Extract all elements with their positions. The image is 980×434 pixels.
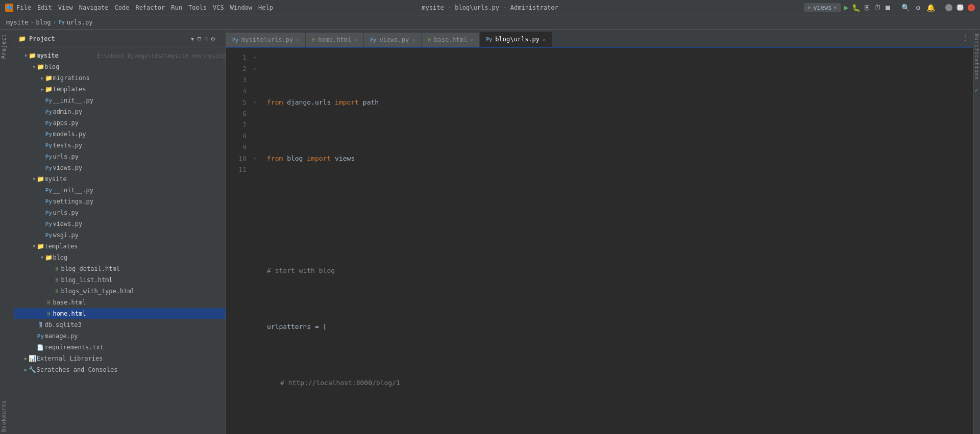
tree-item-settings-py[interactable]: ▶ Py settings.py — [14, 196, 226, 207]
fold-6 — [251, 108, 259, 119]
tab-label-base-html: base.html — [434, 36, 467, 43]
close-button[interactable]: ✕ — [968, 4, 975, 11]
tab-overflow-icon[interactable]: ⋮ — [962, 34, 969, 42]
tree-item-apps-py[interactable]: ▶ Py apps.py — [14, 117, 226, 129]
tab-close-views-py[interactable]: ✕ — [412, 37, 415, 43]
tab-close-base-html[interactable]: ✕ — [470, 37, 473, 43]
file-tree-header: 📁 Project ▾ ⊟ ≡ ⚙ — — [14, 30, 226, 48]
breadcrumb: mysite › blog › Py urls.py — [0, 15, 980, 30]
run-config-label: views — [813, 4, 831, 11]
fold-10[interactable]: ▾ — [251, 153, 259, 164]
notifications-label[interactable]: Notifications — [973, 30, 980, 84]
code-line-2: from blog import views — [267, 153, 973, 164]
menu-file[interactable]: File — [16, 4, 31, 11]
menu-navigate[interactable]: Navigate — [79, 4, 109, 11]
breadcrumb-mysite[interactable]: mysite — [6, 19, 28, 26]
menu-view[interactable]: View — [58, 4, 73, 11]
tree-item-home-html[interactable]: ▶ H home.html — [14, 308, 226, 319]
updates-icon[interactable]: 🔔 — [926, 4, 935, 12]
tree-item-external-libs[interactable]: ▶ 📊 External Libraries — [14, 353, 226, 364]
fold-1[interactable]: ▾ — [251, 52, 259, 63]
line-num-6: 6 — [226, 108, 247, 119]
tree-item-templates-root[interactable]: ▼ 📁 templates — [14, 241, 226, 252]
tree-item-mysite-folder[interactable]: ▼ 📁 mysite — [14, 173, 226, 185]
settings-icon[interactable]: ⚙ — [916, 4, 920, 12]
menu-help[interactable]: Help — [258, 4, 273, 11]
tree-item-models-py[interactable]: ▶ Py models.py — [14, 129, 226, 140]
search-icon[interactable]: 🔍 — [901, 4, 910, 12]
tree-collapse-all-icon[interactable]: ⊟ — [198, 35, 201, 42]
tree-item-scratches[interactable]: ▶ 🔧 Scratches and Consoles — [14, 364, 226, 375]
stop-button[interactable]: ⏹ — [884, 4, 891, 12]
code-line-3 — [267, 209, 973, 220]
tree-item-templates-blog[interactable]: ▶ 📁 templates — [14, 84, 226, 95]
tree-item-urls-py-mysite[interactable]: ▶ Py urls.py — [14, 207, 226, 218]
tree-item-blog-detail-html[interactable]: ▶ H blog_detail.html — [14, 263, 226, 274]
tree-item-mysite-root[interactable]: ▼ 📁 mysite E:\about_Django\test\mysite_e… — [14, 50, 226, 61]
project-sidebar-label[interactable]: Project — [0, 30, 14, 63]
file-tree-title: Project — [29, 35, 187, 42]
tree-item-blog-list-html[interactable]: ▶ H blog_list.html — [14, 274, 226, 286]
left-sidebar: Project Bookmarks — [0, 30, 14, 434]
menu-code[interactable]: Code — [115, 4, 130, 11]
status-check: ✓ — [975, 86, 979, 94]
tree-item-blogs-with-type-html[interactable]: ▶ H blogs_with_type.html — [14, 286, 226, 297]
coverage-button[interactable]: ⛨ — [864, 4, 871, 12]
tree-item-blog-tpl[interactable]: ▼ 📁 blog — [14, 252, 226, 263]
tab-base-html[interactable]: H base.html ✕ — [422, 33, 480, 47]
fold-2[interactable]: ▾ — [251, 63, 259, 74]
run-button[interactable]: ▶ — [844, 3, 849, 12]
tree-item-admin-py[interactable]: ▶ Py admin.py — [14, 106, 226, 117]
menu-vcs[interactable]: VCS — [213, 4, 224, 11]
tree-item-manage-py[interactable]: ▶ Py manage.py — [14, 330, 226, 342]
tab-close-home-html[interactable]: ✕ — [354, 37, 357, 43]
maximize-button[interactable]: ⬜ — [957, 4, 964, 11]
minimize-button[interactable]: — — [945, 4, 952, 11]
tab-close-mysite-urls[interactable]: ✕ — [296, 37, 299, 43]
tree-item-migrations[interactable]: ▶ 📁 migrations — [14, 72, 226, 84]
code-content[interactable]: from django.urls import path from blog i… — [259, 48, 973, 434]
breadcrumb-blog[interactable]: blog — [36, 19, 51, 26]
menu-edit[interactable]: Edit — [37, 4, 52, 11]
line-num-10: 10 — [226, 153, 247, 164]
title-bar-menus: File Edit View Navigate Code Refactor Ru… — [16, 4, 273, 11]
tree-item-views-py-blog[interactable]: ▶ Py views.py — [14, 162, 226, 173]
tree-item-wsgi-py[interactable]: ▶ Py wsgi.py — [14, 229, 226, 241]
project-folder-icon: 📁 — [18, 35, 26, 42]
breadcrumb-sep2: › — [53, 19, 57, 26]
tab-bar-extra: ⋮ — [958, 30, 973, 47]
code-line-6: # http://localhost:8000/blog/1 — [267, 377, 973, 389]
tab-home-html[interactable]: H home.html ✕ — [306, 33, 364, 47]
tab-blog-urls[interactable]: Py blog\urls.py ✕ — [480, 32, 552, 47]
tab-mysite-urls[interactable]: Py mysite\urls.py ✕ — [226, 33, 306, 47]
title-bar: 🔷 File Edit View Navigate Code Refactor … — [0, 0, 980, 15]
fold-8 — [251, 131, 259, 142]
tree-item-blog[interactable]: ▼ 📁 blog — [14, 61, 226, 72]
run-config-selector[interactable]: ▶ views ▼ — [804, 3, 841, 12]
menu-window[interactable]: Window — [230, 4, 252, 11]
fold-5[interactable]: ▾ — [251, 97, 259, 108]
bookmarks-label[interactable]: Bookmarks — [0, 398, 14, 434]
tree-settings-icon[interactable]: ⚙ — [211, 35, 215, 42]
app-icon: 🔷 — [5, 4, 13, 12]
tree-item-init-blog[interactable]: ▶ Py __init__.py — [14, 95, 226, 106]
profile-button[interactable]: ⏱ — [874, 4, 881, 12]
tree-item-requirements-txt[interactable]: ▶ 📄 requirements.txt — [14, 342, 226, 353]
menu-tools[interactable]: Tools — [188, 4, 207, 11]
menu-refactor[interactable]: Refactor — [135, 4, 165, 11]
main-layout: Project Bookmarks 📁 Project ▾ ⊟ ≡ ⚙ — ▼ … — [0, 30, 980, 434]
tree-item-views-py-mysite[interactable]: ▶ Py views.py — [14, 218, 226, 229]
menu-run[interactable]: Run — [171, 4, 182, 11]
tree-item-db-sqlite[interactable]: ▶ 🗄 db.sqlite3 — [14, 319, 226, 330]
tab-close-blog-urls[interactable]: ✕ — [543, 37, 546, 42]
tree-dropdown-icon[interactable]: ▾ — [190, 35, 194, 43]
tree-item-urls-py-blog[interactable]: ▶ Py urls.py — [14, 151, 226, 162]
breadcrumb-py-icon: Py — [59, 19, 65, 25]
tab-views-py[interactable]: Py views.py ✕ — [364, 33, 422, 47]
tree-sort-icon[interactable]: ≡ — [204, 35, 208, 42]
tree-item-tests-py[interactable]: ▶ Py tests.py — [14, 140, 226, 151]
debug-button[interactable]: 🐛 — [852, 4, 861, 12]
tree-item-base-html[interactable]: ▶ H base.html — [14, 297, 226, 308]
tree-close-icon[interactable]: — — [218, 35, 222, 42]
tree-item-init-mysite[interactable]: ▶ Py __init__.py — [14, 185, 226, 196]
